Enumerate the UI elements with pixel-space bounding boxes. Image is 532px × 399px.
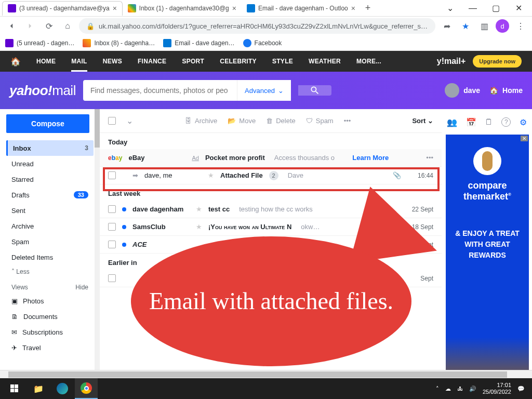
row-checkbox[interactable] [108,223,116,231]
ad-close-icon[interactable]: ✕ [521,136,528,141]
home-icon[interactable]: 🏠 [10,57,21,66]
message-row[interactable]: Sept [100,270,442,287]
view-travel[interactable]: ✈Travel [6,340,94,355]
url-bar[interactable]: 🔒 uk.mail.yahoo.com/d/folders/1?guce_ref… [79,18,435,34]
nav-home[interactable]: HOME [36,58,56,65]
calendar-icon[interactable]: 📅 [466,117,476,127]
folder-spam[interactable]: Spam [6,234,94,249]
nav-news[interactable]: NEWS [103,58,122,65]
browser-tab-outlook[interactable]: Email - dave dagenham - Outloo × [242,1,361,16]
sidebar-scrollbar-track[interactable] [95,109,100,378]
star-icon[interactable]: ★ [196,223,202,231]
chevron-down-icon[interactable]: ⌄ [126,116,133,126]
archive-button[interactable]: 🗄Archive [185,117,217,125]
yahoo-mail-logo[interactable]: yahoo!mail [9,83,76,99]
new-tab-button[interactable]: + [361,1,375,16]
close-icon[interactable]: × [113,4,117,12]
message-row[interactable]: dave dagenham ★ test cc testing how the … [100,201,442,218]
more-icon[interactable]: ••• [426,154,433,162]
tray-chevron-icon[interactable]: ˄ [436,385,439,392]
more-button[interactable]: ••• [344,117,351,125]
message-row[interactable]: SamsClub ★ ¡You have won an Ultimate N o… [100,218,442,236]
move-button[interactable]: 📂Move [228,117,256,125]
nav-celebrity[interactable]: CELEBRITY [220,58,257,65]
star-icon[interactable]: ★ [196,205,202,213]
clock[interactable]: 17:0125/09/2022 [483,382,511,395]
bookmark-facebook[interactable]: Facebook [243,39,282,47]
row-checkbox[interactable] [108,241,116,248]
back-button[interactable] [4,19,19,33]
row-checkbox[interactable] [108,205,116,213]
volume-icon[interactable]: 🔊 [469,385,476,392]
sidebar-scrollbar-thumb[interactable] [95,109,100,148]
sidebar-ad[interactable]: ✕ comparethemarket® & ENJOY A TREAT WITH… [446,135,529,384]
nav-finance[interactable]: FINANCE [138,58,166,65]
close-icon[interactable]: × [351,4,355,12]
advanced-search[interactable]: Advanced⌄ [237,80,291,101]
message-row[interactable]: ➡ dave, me ★ Attached File 2 Dave 📎 16:4… [100,167,442,184]
bookmark-outlook[interactable]: Email - dave dagen… [163,39,234,47]
notifications-icon[interactable]: 💬 [517,385,525,392]
star-icon[interactable]: ★ [208,171,214,179]
bookmark-gmail[interactable]: Inbox (8) - dagenha… [83,39,155,47]
bookmark-yahoo[interactable]: (5 unread) - dagen… [5,39,74,47]
nav-weather[interactable]: WEATHER [309,58,341,65]
folder-drafts[interactable]: Drafts33 [6,187,94,203]
learn-more-link[interactable]: Learn More [352,154,389,162]
gear-icon[interactable]: ⚙ [520,117,527,127]
maximize-icon[interactable]: ▢ [484,0,507,17]
start-button[interactable] [3,378,26,399]
folder-archive[interactable]: Archive [6,218,94,234]
nav-style[interactable]: STYLE [272,58,293,65]
user-menu[interactable]: dave [445,83,480,98]
row-checkbox[interactable] [108,171,116,179]
edge-icon[interactable] [51,378,74,399]
search-input[interactable] [83,80,237,101]
nav-sport[interactable]: SPORT [182,58,204,65]
view-documents[interactable]: 🗎Documents [6,309,94,324]
folder-starred[interactable]: Starred [6,171,94,187]
view-subscriptions[interactable]: ✉Subscriptions [6,324,94,340]
home-button[interactable]: ⌂ [60,19,75,33]
profile-avatar[interactable]: d [496,19,509,33]
browser-tab-yahoo[interactable]: (3 unread) - dagenhamdave@ya × [2,1,123,16]
upgrade-button[interactable]: Upgrade now [473,55,522,68]
compose-button[interactable]: Compose [6,114,89,133]
minimize-icon[interactable]: — [461,0,484,17]
sort-button[interactable]: Sort ⌄ [412,117,433,125]
contacts-icon[interactable]: 👥 [447,117,457,127]
hide-views[interactable]: Hide [75,284,88,291]
network-icon[interactable]: 🖧 [457,385,463,392]
notes-icon[interactable]: 🗒 [485,117,493,127]
chevron-down-icon[interactable]: ⌄ [438,0,461,17]
view-photos[interactable]: ▣Photos [6,293,94,309]
message-row[interactable]: ACE 18 Sept [100,236,442,254]
row-checkbox[interactable] [108,274,116,282]
chrome-icon[interactable] [75,378,98,399]
close-icon[interactable]: × [232,4,236,12]
file-explorer-icon[interactable]: 📁 [27,378,50,399]
scrollbar-thumb[interactable] [8,371,507,378]
extensions-button[interactable]: ▥ [477,19,491,33]
reload-button[interactable]: ⟳ [42,19,56,33]
menu-button[interactable]: ⋮ [513,19,528,33]
folder-unread[interactable]: Unread [6,156,94,171]
share-button[interactable]: ➦ [440,19,454,33]
horizontal-scrollbar[interactable] [0,370,532,378]
nav-more[interactable]: MORE... [356,58,381,65]
folder-sent[interactable]: Sent [6,203,94,218]
select-all-checkbox[interactable] [108,117,116,125]
help-icon[interactable]: ? [501,117,511,127]
nav-mail[interactable]: MAIL [71,58,87,72]
ad-row[interactable]: ebay eBay Ad Pocket more profit Access t… [100,149,442,167]
folder-deleted[interactable]: Deleted Items [6,249,94,265]
bookmark-star-icon[interactable]: ★ [458,19,473,33]
search-button[interactable] [298,85,331,96]
home-link[interactable]: 🏠Home [489,86,523,95]
spam-button[interactable]: 🛡Spam [306,117,334,125]
close-window-icon[interactable]: ✕ [507,0,530,17]
delete-button[interactable]: 🗑Delete [266,117,296,125]
less-toggle[interactable]: ˄ Less [6,265,94,278]
onedrive-icon[interactable]: ☁ [445,385,451,392]
folder-inbox[interactable]: Inbox3 [6,140,94,156]
